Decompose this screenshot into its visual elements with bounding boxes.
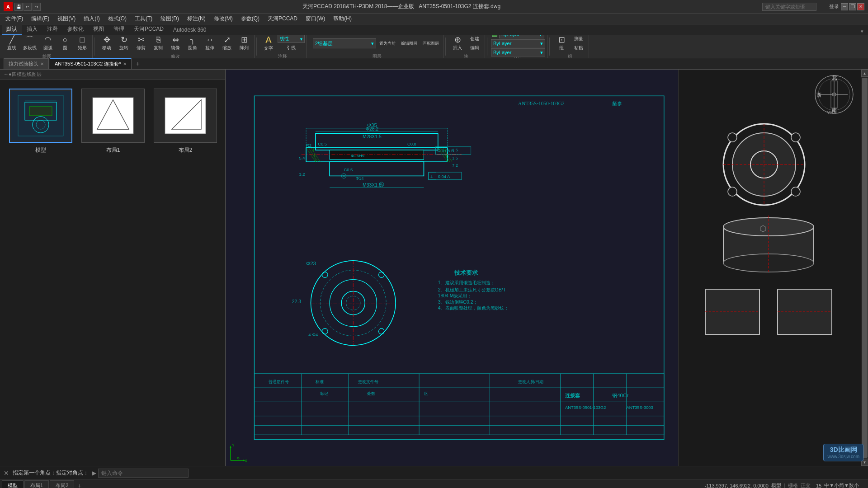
arc-tool-btn[interactable]: ◠圆弧 — [40, 35, 56, 53]
layer-dropdown[interactable]: 2细基层▾ — [313, 38, 376, 48]
menu-file[interactable]: 文件(F) — [2, 14, 27, 23]
menu-draw[interactable]: 绘图(D) — [157, 14, 183, 23]
thumbnail-layout2[interactable]: 布局2 — [154, 89, 217, 154]
win-restore-btn[interactable]: ❐ — [849, 3, 856, 10]
move-btn[interactable]: ✥移动 — [99, 35, 115, 53]
block-edit-btn[interactable]: 编辑 — [467, 44, 483, 52]
svg-text:0.04 A: 0.04 A — [438, 174, 450, 179]
ribbon-tab-autodesk[interactable]: Autodesk 360 — [169, 25, 211, 35]
thumbnail-model[interactable]: 模型 — [9, 89, 72, 154]
svg-text:粲参: 粲参 — [612, 101, 622, 106]
tab-add-btn[interactable]: + — [132, 58, 143, 69]
menu-annotate[interactable]: 标注(N) — [184, 14, 209, 23]
ribbon-tab-params[interactable]: 参数化 — [63, 24, 88, 35]
bottom-tab-layout1[interactable]: 布局1 — [24, 480, 49, 488]
circle-tool-btn[interactable]: ○圆 — [57, 35, 73, 53]
layer-group-label: 图层 — [313, 53, 441, 58]
measure-btn[interactable]: 测量 — [571, 35, 587, 43]
menu-view[interactable]: 视图(V) — [54, 14, 79, 23]
scroll-thumb[interactable] — [862, 78, 868, 458]
rotate-btn[interactable]: ↻旋转 — [116, 35, 132, 53]
bottom-tab-model[interactable]: 模型 — [2, 480, 24, 488]
modify-group: ✥移动 ↻旋转 ✂修剪 ⎘复制 ⇔镜像 ╮圆角 ↔拉伸 ⤢缩放 ⊞阵列 修改 — [97, 35, 255, 58]
thumbnail-layout1-box[interactable] — [81, 89, 145, 143]
tab-laliyanjieban[interactable]: 拉力试验接头 ✕ — [4, 58, 49, 69]
polyline-tool-btn[interactable]: ⌒多段线 — [21, 35, 39, 53]
text-btn[interactable]: A文字 — [260, 35, 277, 53]
search-input[interactable] — [762, 3, 816, 11]
lineweight-dropdown[interactable]: ByLayer▾ — [491, 48, 545, 56]
ribbon-customize-btn[interactable]: ▾ — [858, 28, 866, 35]
svg-text:ANT35S-3003: ANT35S-3003 — [626, 405, 653, 410]
ribbon-tab-annotate[interactable]: 注释 — [42, 24, 62, 35]
color-dropdown[interactable]: ByLayer▾ — [499, 35, 544, 38]
rect-tool-btn[interactable]: □矩形 — [74, 35, 90, 53]
scale-btn[interactable]: ⤢缩放 — [219, 35, 235, 53]
command-input[interactable] — [98, 469, 189, 478]
right-scrollbar[interactable]: ▲ ▼ — [861, 70, 868, 466]
svg-text:R2: R2 — [306, 143, 311, 148]
stretch-btn[interactable]: ↔拉伸 — [202, 35, 218, 53]
layer-edit-btn[interactable]: 编辑图层 — [399, 35, 420, 53]
paste-btn[interactable]: 粘贴 — [571, 44, 587, 52]
linestyle-dropdown[interactable]: 线性▾ — [278, 35, 305, 43]
grid-btn[interactable]: 栅格 — [788, 482, 798, 488]
login-btn[interactable]: 登录 — [829, 3, 839, 10]
group-btn[interactable]: ⊡组 — [553, 35, 570, 53]
svg-text:0.08 B: 0.08 B — [442, 149, 454, 153]
array-btn[interactable]: ⊞阵列 — [236, 35, 252, 53]
tab-close-0[interactable]: ✕ — [40, 61, 44, 66]
quick-save-btn[interactable]: 💾 — [14, 3, 23, 11]
ribbon-tab-manage[interactable]: 管理 — [109, 24, 129, 35]
win-minimize-btn[interactable]: ─ — [841, 3, 848, 10]
close-command-btn[interactable]: ✕ — [4, 469, 9, 477]
redo-btn[interactable]: ↪ — [33, 3, 41, 11]
menu-insert[interactable]: 插入(I) — [80, 14, 103, 23]
menu-tools[interactable]: 工具(T) — [131, 14, 156, 23]
tab-ant35s[interactable]: ANT35S-0501-103G2 连接套* ✕ — [50, 58, 132, 69]
layer-match-btn[interactable]: 匹配图层 — [420, 35, 441, 53]
model-indicator: 模型 — [771, 482, 781, 488]
ribbon-tab-default[interactable]: 默认 — [2, 24, 22, 35]
tab-close-1[interactable]: ✕ — [123, 61, 127, 66]
thumbnail-layout2-box[interactable] — [154, 89, 217, 143]
copy-btn[interactable]: ⎘复制 — [150, 35, 166, 53]
fillet-btn[interactable]: ╮圆角 — [184, 35, 201, 53]
mirror-btn[interactable]: ⇔镜像 — [167, 35, 184, 53]
bottom-tab-add[interactable]: + — [75, 481, 84, 488]
menu-modify[interactable]: 修改(M) — [210, 14, 236, 23]
insert-btn[interactable]: ⊕插入 — [449, 35, 466, 53]
bottom-tab-layout2[interactable]: 布局2 — [50, 480, 74, 488]
thumbnail-layout1[interactable]: 布局1 — [81, 89, 145, 154]
drawing-area[interactable]: ANT35S-1050-103G2 粲参 — [226, 70, 678, 466]
svg-text:C0.8: C0.8 — [407, 142, 416, 146]
block-create-btn[interactable]: 创建 — [467, 35, 483, 43]
trim-btn[interactable]: ✂修剪 — [133, 35, 149, 53]
svg-text:Φ14: Φ14 — [355, 176, 363, 181]
line-tool-btn[interactable]: ╱直线 — [4, 35, 20, 53]
thumbnails-area: 模型 布局1 — [0, 80, 225, 466]
menu-window[interactable]: 窗口(W) — [302, 14, 329, 23]
undo-btn[interactable]: ↩ — [24, 3, 32, 11]
menu-format[interactable]: 格式(O) — [104, 14, 130, 23]
bottom-tabs: 模型 布局1 布局2 + -113.9397, 146.6922, 0.0000… — [0, 479, 868, 488]
ribbon-tab-view[interactable]: 视图 — [89, 24, 108, 35]
ortho-btn[interactable]: 正交 — [801, 482, 811, 488]
command-input-area: ▶ — [92, 469, 864, 478]
menu-edit[interactable]: 编辑(E) — [28, 14, 53, 23]
menu-pccad[interactable]: 天河PCCAD — [264, 14, 301, 23]
win-close-btn[interactable]: ✕ — [857, 3, 864, 10]
leader-btn[interactable]: 引线 — [278, 44, 305, 52]
svg-rect-3 — [29, 107, 52, 116]
linetype-dropdown[interactable]: ByLayer▾ — [491, 39, 545, 47]
coordinates: -113.9397, 146.6922, 0.0000 — [705, 483, 769, 488]
thumbnail-model-box[interactable] — [9, 89, 72, 143]
layer-props-btn[interactable]: 置为当前 — [377, 35, 398, 53]
title-bar: A 💾 ↩ ↪ 天河PCCAD 2018&TH-P3DM 2018——企业版 A… — [0, 0, 868, 14]
menu-help[interactable]: 帮助(H) — [330, 14, 355, 23]
ribbon-tab-insert[interactable]: 插入 — [22, 24, 42, 35]
svg-text:X: X — [245, 459, 247, 463]
scroll-up-btn[interactable]: ▲ — [861, 70, 868, 77]
ribbon-tab-pccad[interactable]: 天河PCCAD — [129, 24, 168, 35]
menu-params[interactable]: 参数(Q) — [237, 14, 263, 23]
